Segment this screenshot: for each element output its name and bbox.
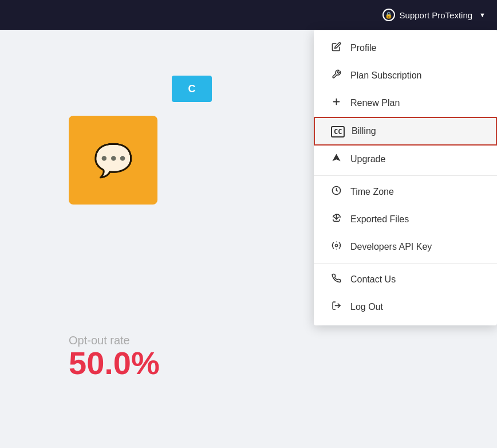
download-icon — [330, 213, 342, 226]
menu-item-developers_api_key[interactable]: Developers API Key — [314, 233, 497, 261]
username-label: Support ProTexting — [400, 10, 473, 20]
blue-btn-text: C — [188, 83, 196, 95]
svg-point-4 — [335, 244, 337, 246]
menu-item-billing[interactable]: CCBilling — [314, 117, 497, 146]
billing-icon: CC — [331, 125, 344, 137]
opt-out-section: Opt-out rate 50.0% — [69, 334, 160, 379]
chat-icon: 💬 — [93, 142, 133, 179]
menu-item-renew_plan[interactable]: Renew Plan — [314, 89, 497, 117]
menu-item-label-billing: Billing — [352, 126, 376, 136]
menu-item-profile[interactable]: Profile — [314, 34, 497, 62]
menu-item-label-profile: Profile — [350, 43, 376, 53]
menu-item-exported_files[interactable]: Exported Files — [314, 206, 497, 233]
logout-icon — [330, 301, 342, 313]
top-nav: 🔒 Support ProTexting ▼ — [0, 0, 497, 30]
menu-item-time_zone[interactable]: Time Zone — [314, 178, 497, 206]
lock-icon: 🔒 — [382, 9, 395, 21]
orange-chat-card: 💬 — [69, 116, 157, 205]
wrench-icon — [330, 69, 342, 82]
menu-item-label-renew_plan: Renew Plan — [350, 98, 400, 108]
blue-button-partial[interactable]: C — [172, 76, 212, 102]
phone-icon — [330, 273, 342, 286]
user-dropdown-menu: ProfilePlan SubscriptionRenew PlanCCBill… — [314, 30, 497, 325]
gear-icon — [330, 241, 342, 253]
menu-item-upgrade[interactable]: Upgrade — [314, 146, 497, 173]
menu-item-label-contact_us: Contact Us — [350, 274, 396, 285]
menu-item-label-plan_subscription: Plan Subscription — [350, 70, 422, 81]
menu-item-label-developers_api_key: Developers API Key — [350, 242, 432, 252]
menu-divider — [314, 175, 497, 176]
menu-divider — [314, 263, 497, 264]
chevron-down-icon: ▼ — [479, 11, 486, 18]
rocket-icon — [330, 153, 342, 166]
clock-icon — [330, 186, 342, 198]
menu-item-label-upgrade: Upgrade — [350, 154, 385, 164]
user-menu-button[interactable]: 🔒 Support ProTexting ▼ — [382, 9, 486, 21]
menu-item-contact_us[interactable]: Contact Us — [314, 266, 497, 293]
menu-item-label-time_zone: Time Zone — [350, 187, 394, 197]
pencil-icon — [330, 42, 342, 54]
plus-icon — [330, 97, 342, 109]
opt-out-value: 50.0% — [69, 347, 160, 379]
menu-item-label-log_out: Log Out — [350, 302, 383, 312]
menu-item-log_out[interactable]: Log Out — [314, 293, 497, 321]
menu-item-plan_subscription[interactable]: Plan Subscription — [314, 62, 497, 89]
menu-item-label-exported_files: Exported Files — [350, 214, 409, 225]
